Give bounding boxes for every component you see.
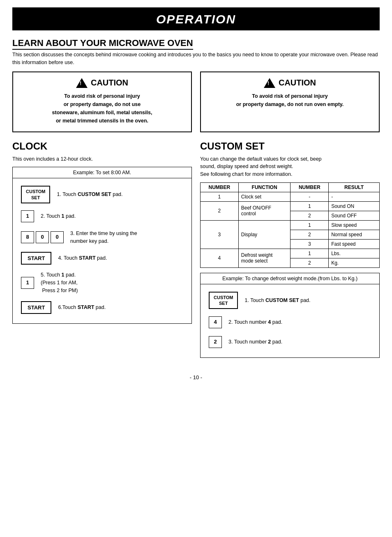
custom-set-desc: You can change the default values for cl… — [200, 155, 380, 178]
caution-box-1: CAUTION To avoid risk of personal injury… — [12, 71, 192, 132]
table-cell: 1 — [201, 192, 239, 201]
custom-set-example-header: Example: To change defrost weight mode.(… — [201, 273, 379, 284]
caution-row: CAUTION To avoid risk of personal injury… — [12, 71, 380, 132]
number-button-0a[interactable]: 0 — [36, 231, 49, 243]
custom-set-button-1[interactable]: CUSTOMSET — [21, 186, 50, 203]
clock-step-3-text: 3. Enter the time by using thenumber key… — [70, 230, 137, 245]
custom-set-step-1-text: 1. Touch CUSTOM SET pad. — [244, 297, 310, 304]
table-cell: 2 — [291, 230, 329, 239]
clock-step-1-text: 1. Touch CUSTOM SET pad. — [57, 191, 122, 198]
table-cell: 4 — [201, 249, 239, 267]
table-cell: Slow speed — [329, 220, 380, 230]
number-button-group-800: 8 0 0 — [21, 231, 64, 243]
caution-header-2: CAUTION — [208, 78, 372, 88]
table-cell: 1 — [291, 249, 329, 258]
page-header: OPERATION — [12, 7, 380, 30]
caution-text-1: To avoid risk of personal injury or prop… — [20, 92, 184, 125]
table-header-number2: NUMBER — [291, 182, 329, 192]
table-cell: - — [329, 192, 380, 201]
table-cell: Beef ON/OFFcontrol — [238, 201, 291, 220]
clock-step-2: 1 2. Touch 1 pad. — [13, 207, 191, 226]
main-content: CLOCK This oven includes a 12-hour clock… — [12, 141, 380, 358]
caution-header-1: CAUTION — [20, 78, 184, 88]
custom-set-step-2: 4 2. Touch number 4 pad. — [201, 312, 379, 332]
number-button-1b[interactable]: 1 — [21, 277, 34, 289]
number-button-1a[interactable]: 1 — [21, 210, 34, 222]
clock-section: CLOCK This oven includes a 12-hour clock… — [12, 141, 192, 324]
table-row: 2 Beef ON/OFFcontrol 1 Sound ON — [201, 201, 380, 211]
number-button-8[interactable]: 8 — [21, 231, 34, 243]
table-cell: Normal speed — [329, 230, 380, 239]
clock-title: CLOCK — [12, 141, 192, 152]
clock-step-6: START 6.Touch START pad. — [13, 298, 191, 318]
custom-set-step-3-text: 3. Touch number 2 pad. — [228, 338, 282, 346]
number-button-4[interactable]: 4 — [209, 316, 222, 328]
table-cell: 2 — [201, 201, 239, 220]
custom-set-button-2[interactable]: CUSTOMSET — [209, 292, 238, 309]
clock-desc: This oven includes a 12-hour clock. — [12, 155, 192, 163]
table-cell: 1 — [291, 220, 329, 230]
table-cell: Fast speed — [329, 239, 380, 249]
table-cell: 2 — [291, 211, 329, 220]
table-cell: Clock set — [238, 192, 291, 201]
table-header-number: NUMBER — [201, 182, 239, 192]
clock-step-5: 1 5. Touch 1 pad.(Press 1 for AM, Press … — [13, 268, 191, 297]
clock-step-1: CUSTOMSET 1. Touch CUSTOM SET pad. — [13, 182, 191, 207]
custom-set-title: CUSTOM SET — [200, 141, 380, 152]
section-desc: This section discusses the concepts behi… — [12, 51, 380, 67]
table-header-result: RESULT — [329, 182, 380, 192]
table-cell: Display — [238, 220, 291, 249]
custom-set-section: CUSTOM SET You can change the default va… — [200, 141, 380, 358]
caution-triangle-icon-1 — [76, 78, 88, 88]
caution-text-2: To avoid risk of personal injury or prop… — [208, 92, 372, 108]
custom-set-example-box: Example: To change defrost weight mode.(… — [200, 273, 380, 358]
table-cell: Defrost weightmode select — [238, 249, 291, 267]
table-cell: Kg. — [329, 258, 380, 267]
clock-step-3: 8 0 0 3. Enter the time by using thenumb… — [13, 226, 191, 249]
table-cell: 1 — [291, 201, 329, 211]
clock-step-4: START 4. Touch START pad. — [13, 248, 191, 268]
section-title: LEARN ABOUT YOUR MICROWAVE OVEN — [12, 38, 193, 50]
caution-label-1: CAUTION — [91, 78, 128, 88]
table-cell: Sound OFF — [329, 211, 380, 220]
clock-example-box: Example: To set 8:00 AM. CUSTOMSET 1. To… — [12, 167, 192, 323]
table-row: 4 Defrost weightmode select 1 Lbs. — [201, 249, 380, 258]
table-row: 1 Clock set - - — [201, 192, 380, 201]
table-cell: 2 — [291, 258, 329, 267]
number-button-0b[interactable]: 0 — [51, 231, 64, 243]
custom-set-table: NUMBER FUNCTION NUMBER RESULT 1 Clock se… — [200, 182, 380, 268]
page-number: - 10 - — [0, 374, 392, 380]
caution-box-2: CAUTION To avoid risk of personal injury… — [200, 71, 380, 132]
clock-step-5-text: 5. Touch 1 pad.(Press 1 for AM, Press 2 … — [41, 271, 78, 294]
start-button-2[interactable]: START — [21, 301, 51, 314]
custom-set-step-3: 2 3. Touch number 2 pad. — [201, 332, 379, 352]
table-cell: Sound ON — [329, 201, 380, 211]
caution-triangle-icon-2 — [264, 78, 275, 88]
custom-set-step-2-text: 2. Touch number 4 pad. — [228, 318, 282, 326]
table-cell: Lbs. — [329, 249, 380, 258]
table-row: 3 Display 1 Slow speed — [201, 220, 380, 230]
number-button-2[interactable]: 2 — [209, 336, 222, 348]
clock-step-6-text: 6.Touch START pad. — [58, 304, 106, 311]
table-cell: - — [291, 192, 329, 201]
table-cell: 3 — [201, 220, 239, 249]
custom-set-step-1: CUSTOMSET 1. Touch CUSTOM SET pad. — [201, 288, 379, 313]
start-button-1[interactable]: START — [21, 252, 51, 265]
clock-example-header: Example: To set 8:00 AM. — [13, 167, 191, 178]
table-header-function: FUNCTION — [238, 182, 291, 192]
page-title: OPERATION — [12, 12, 380, 26]
clock-step-2-text: 2. Touch 1 pad. — [41, 212, 76, 220]
table-cell: 3 — [291, 239, 329, 249]
caution-label-2: CAUTION — [279, 78, 316, 88]
clock-step-4-text: 4. Touch START pad. — [58, 254, 107, 262]
